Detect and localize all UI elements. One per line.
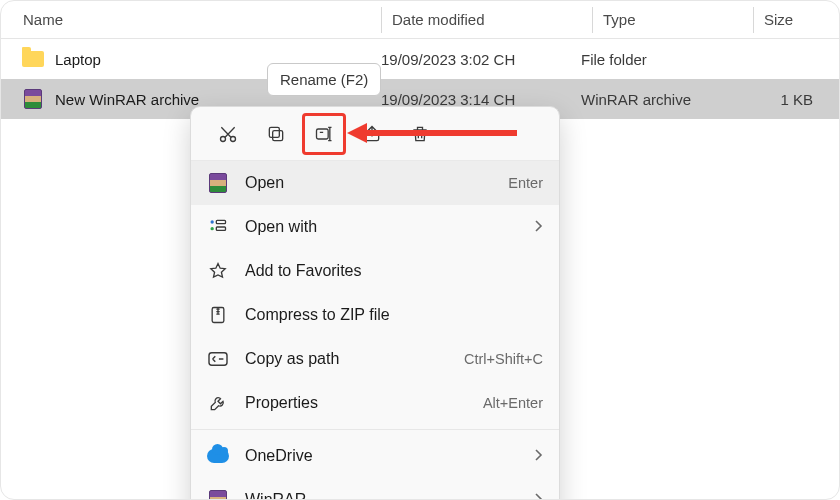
chevron-right-icon	[533, 492, 543, 501]
file-row-folder[interactable]: Laptop 19/09/2023 3:02 CH File folder	[1, 39, 839, 79]
rename-button[interactable]	[303, 114, 345, 154]
rename-tooltip: Rename (F2)	[267, 63, 381, 96]
file-type: File folder	[581, 51, 731, 68]
chevron-right-icon	[533, 219, 543, 236]
folder-icon	[21, 48, 45, 70]
star-icon	[205, 260, 231, 282]
file-date: 19/09/2023 3:02 CH	[381, 51, 581, 68]
cut-button[interactable]	[207, 114, 249, 154]
menu-label: WinRAR	[245, 491, 533, 500]
col-name[interactable]: Name	[1, 11, 381, 28]
menu-label: Add to Favorites	[245, 262, 543, 280]
menu-label: Properties	[245, 394, 483, 412]
svg-point-6	[211, 227, 214, 230]
svg-rect-4	[317, 129, 329, 139]
svg-rect-10	[209, 353, 227, 366]
annotation-arrow	[347, 123, 517, 143]
open-with-icon	[205, 216, 231, 238]
col-type[interactable]: Type	[603, 11, 753, 28]
winrar-icon	[205, 172, 231, 194]
copy-button[interactable]	[255, 114, 297, 154]
file-size: 1 KB	[731, 91, 839, 108]
menu-properties[interactable]: Properties Alt+Enter	[191, 381, 559, 425]
menu-add-favorites[interactable]: Add to Favorites	[191, 249, 559, 293]
svg-point-1	[231, 136, 236, 141]
path-icon	[205, 348, 231, 370]
winrar-file-icon	[21, 88, 45, 110]
menu-label: Open with	[245, 218, 533, 236]
menu-shortcut: Alt+Enter	[483, 395, 543, 411]
menu-open[interactable]: Open Enter	[191, 161, 559, 205]
winrar-icon	[205, 489, 231, 500]
menu-label: Open	[245, 174, 508, 192]
menu-compress-zip[interactable]: Compress to ZIP file	[191, 293, 559, 337]
wrench-icon	[205, 392, 231, 414]
svg-point-0	[221, 136, 226, 141]
svg-point-5	[211, 220, 214, 223]
file-type: WinRAR archive	[581, 91, 731, 108]
menu-shortcut: Ctrl+Shift+C	[464, 351, 543, 367]
svg-rect-8	[216, 227, 225, 230]
col-date[interactable]: Date modified	[392, 11, 592, 28]
menu-shortcut: Enter	[508, 175, 543, 191]
menu-label: Compress to ZIP file	[245, 306, 543, 324]
menu-winrar[interactable]: WinRAR	[191, 478, 559, 500]
column-header: Name Date modified Type Size	[1, 1, 839, 39]
col-size[interactable]: Size	[764, 11, 839, 28]
context-menu: Open Enter Open with Add to Favorites Co…	[190, 106, 560, 500]
menu-copy-path[interactable]: Copy as path Ctrl+Shift+C	[191, 337, 559, 381]
menu-label: Copy as path	[245, 350, 464, 368]
menu-separator	[191, 429, 559, 430]
svg-rect-7	[216, 220, 225, 223]
zip-icon	[205, 304, 231, 326]
chevron-right-icon	[533, 448, 543, 465]
svg-rect-3	[269, 127, 279, 137]
menu-onedrive[interactable]: OneDrive	[191, 434, 559, 478]
menu-open-with[interactable]: Open with	[191, 205, 559, 249]
svg-rect-2	[273, 130, 283, 140]
onedrive-icon	[205, 445, 231, 467]
file-date: 19/09/2023 3:14 CH	[381, 91, 581, 108]
menu-label: OneDrive	[245, 447, 533, 465]
